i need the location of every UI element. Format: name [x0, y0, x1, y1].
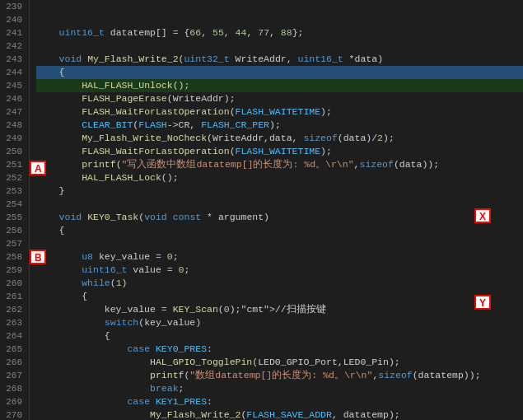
code-line: void KEY0_Task(void const * argument)	[36, 211, 523, 224]
code-line: FLASH_PageErase(WriteAddr);	[36, 92, 523, 105]
line-number: 252	[3, 171, 22, 184]
code-line: {	[36, 66, 523, 79]
line-number: 249	[3, 132, 22, 145]
annotation-b: B	[30, 250, 46, 264]
line-number: 239	[3, 0, 22, 13]
code-line: case KEY1_PRES:	[36, 395, 523, 408]
code-line: printf("数组datatemp[]的长度为: %d。\r\n",sizeo…	[36, 369, 523, 382]
annotation-a: A	[30, 161, 46, 175]
line-number: 251	[3, 158, 22, 171]
code-line: {	[36, 224, 523, 237]
code-line: HAL_FLASH_Unlock();	[36, 79, 523, 92]
code-line	[36, 237, 523, 250]
line-number: 250	[3, 145, 22, 158]
line-number: 260	[3, 277, 22, 290]
code-line: uint16_t datatemp[] = {66, 55, 44, 77, 8…	[36, 26, 523, 40]
line-number: 247	[3, 105, 22, 119]
code-line: while(1)	[36, 277, 523, 290]
line-number: 255	[3, 211, 22, 224]
code-area: 2392402412422432442452462472482492502512…	[0, 0, 523, 420]
code-line: HAL_FLASH_Lock();	[36, 171, 523, 184]
code-line: HAL_GPIO_TogglePin(LED0_GPIO_Port,LED0_P…	[36, 356, 523, 369]
code-line: break;	[36, 382, 523, 395]
code-line: u8 key_value = 0;	[36, 250, 523, 264]
line-number: 263	[3, 316, 22, 329]
line-number: 268	[3, 382, 22, 395]
line-number: 240	[3, 13, 22, 26]
code-line: case KEY0_PRES:	[36, 343, 523, 356]
code-line: void My_Flash_Write_2(uint32_t WriteAddr…	[36, 53, 523, 66]
code-line	[36, 13, 523, 26]
code-line: printf("写入函数中数组datatemp[]的长度为: %d。\r\n",…	[36, 158, 523, 171]
code-line: FLASH_WaitForLastOperation(FLASH_WAITETI…	[36, 105, 523, 119]
code-line: switch(key_value)	[36, 316, 523, 329]
code-line: {	[36, 329, 523, 343]
line-number: 245	[3, 79, 22, 92]
code-editor: 2392402412422432442452462472482492502512…	[0, 0, 523, 420]
line-number: 266	[3, 356, 22, 369]
code-line: My_Flash_Write_NoCheck(WriteAddr,data, s…	[36, 132, 523, 145]
line-number: 244	[3, 66, 22, 79]
annotation-x: X	[474, 208, 491, 223]
annotation-y: Y	[474, 295, 491, 310]
code-line: {	[36, 290, 523, 303]
line-number: 241	[3, 26, 22, 40]
line-number: 256	[3, 224, 22, 237]
line-number: 246	[3, 92, 22, 105]
code-line: My_Flash_Write_2(FLASH_SAVE_ADDR, datate…	[36, 408, 523, 420]
line-number: 253	[3, 184, 22, 198]
line-number: 264	[3, 329, 22, 343]
line-number: 269	[3, 395, 22, 408]
code-content: uint16_t datatemp[] = {66, 55, 44, 77, 8…	[30, 0, 523, 420]
line-number: 242	[3, 40, 22, 53]
code-line	[36, 198, 523, 211]
line-number: 254	[3, 198, 22, 211]
line-number: 262	[3, 303, 22, 316]
line-number: 270	[3, 408, 22, 420]
line-number: 259	[3, 264, 22, 277]
code-line	[36, 0, 523, 13]
line-numbers: 2392402412422432442452462472482492502512…	[0, 0, 30, 420]
line-number: 258	[3, 250, 22, 264]
line-number: 248	[3, 119, 22, 132]
code-line: FLASH_WaitForLastOperation(FLASH_WAITETI…	[36, 145, 523, 158]
line-number: 265	[3, 343, 22, 356]
code-line: }	[36, 184, 523, 198]
code-line	[36, 40, 523, 53]
code-line: key_value = KEY_Scan(0);"cmt">//扫描按键	[36, 303, 523, 316]
code-line: uint16_t value = 0;	[36, 264, 523, 277]
line-number: 257	[3, 237, 22, 250]
code-line: CLEAR_BIT(FLASH->CR, FLASH_CR_PER);	[36, 119, 523, 132]
line-number: 261	[3, 290, 22, 303]
line-number: 243	[3, 53, 22, 66]
line-number: 267	[3, 369, 22, 382]
